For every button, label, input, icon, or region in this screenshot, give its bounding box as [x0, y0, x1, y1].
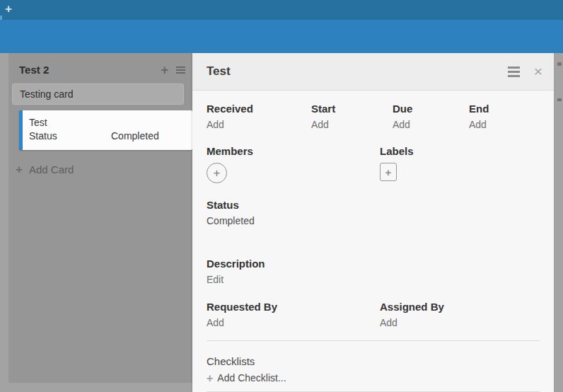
start-add-link[interactable]: Add — [311, 116, 393, 134]
due-add-link[interactable]: Add — [393, 116, 469, 134]
status-value[interactable]: Completed — [207, 212, 540, 230]
add-board-icon[interactable]: + — [5, 2, 12, 16]
requested-assigned-row: Requested By Add Assigned By Add — [207, 300, 540, 332]
mini-card-custom-field: Status Completed — [29, 129, 187, 143]
date-field-start: Start Add — [311, 102, 393, 134]
board-canvas: Test 2 + Testing card Test Status Comple… — [0, 53, 563, 392]
date-field-end: End Add — [469, 102, 540, 134]
mini-card-field-value: Completed — [111, 129, 159, 143]
description-label: Description — [207, 257, 540, 271]
card-menu-icon[interactable] — [508, 67, 520, 77]
adjacent-list-peek-icon — [557, 62, 562, 66]
add-card-plus-icon: + — [16, 164, 23, 175]
card-detail-title[interactable]: Test — [207, 64, 508, 79]
status-label: Status — [207, 198, 540, 212]
adjacent-list-peek-card — [557, 98, 562, 101]
received-add-link[interactable]: Add — [207, 116, 311, 134]
labels-label: Labels — [380, 144, 414, 158]
add-card-label: Add Card — [29, 163, 74, 175]
requested-by-add-link[interactable]: Add — [207, 314, 380, 332]
assigned-by-section: Assigned By Add — [380, 300, 444, 332]
due-label: Due — [393, 102, 469, 116]
end-label: End — [469, 102, 540, 116]
list-add-card-icon[interactable]: + — [161, 65, 168, 75]
divider — [207, 340, 540, 341]
add-card-button[interactable]: + Add Card — [16, 163, 192, 175]
date-field-due: Due Add — [393, 102, 469, 134]
close-icon[interactable]: × — [534, 64, 542, 79]
add-checklist-label: Add Checklist... — [217, 372, 286, 384]
sidebar-edge-mark — [0, 16, 2, 20]
list-title: Test 2 — [19, 64, 161, 76]
assigned-by-label: Assigned By — [380, 300, 444, 314]
mini-card-test[interactable]: Test Status Completed — [19, 110, 192, 150]
add-label-button[interactable]: + — [380, 163, 397, 181]
description-edit-link[interactable]: Edit — [207, 271, 540, 289]
add-checklist-button[interactable]: + Add Checklist... — [207, 372, 540, 384]
requested-by-section: Requested By Add — [207, 300, 380, 332]
card-detail-body: Received Add Start Add Due Add End Add — [192, 91, 554, 392]
card-detail-header: Test × — [192, 53, 554, 91]
list-header: Test 2 + — [8, 53, 192, 81]
card-detail-panel: Test × Received Add Start Add Due Add — [192, 53, 554, 392]
assigned-by-add-link[interactable]: Add — [380, 314, 444, 332]
checklists-label: Checklists — [207, 354, 540, 369]
add-member-button[interactable]: + — [207, 163, 227, 183]
labels-section: Labels + — [380, 144, 414, 183]
topbar: + — [0, 0, 563, 20]
requested-by-label: Requested By — [207, 300, 380, 314]
status-section: Status Completed — [207, 198, 540, 230]
received-label: Received — [207, 102, 311, 116]
start-label: Start — [311, 102, 393, 116]
checklists-section: Checklists + Add Checklist... — [207, 354, 540, 384]
new-card-input[interactable]: Testing card — [12, 83, 184, 105]
members-label: Members — [207, 144, 380, 158]
date-field-received: Received Add — [207, 102, 311, 134]
board-header — [0, 20, 563, 53]
list-test-2: Test 2 + Testing card Test Status Comple… — [8, 53, 192, 383]
add-checklist-plus-icon: + — [207, 373, 213, 384]
list-menu-icon[interactable] — [176, 67, 185, 74]
mini-card-title: Test — [29, 116, 187, 129]
dates-row: Received Add Start Add Due Add End Add — [207, 102, 540, 134]
mini-card-field-label: Status — [29, 129, 111, 143]
end-add-link[interactable]: Add — [469, 116, 540, 134]
members-section: Members + — [207, 144, 380, 183]
description-section: Description Edit — [207, 257, 540, 289]
members-labels-row: Members + Labels + — [207, 144, 540, 183]
